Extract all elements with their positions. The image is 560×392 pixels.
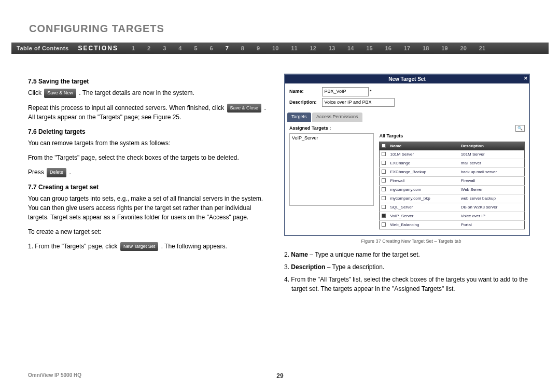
text: Repeat this process to input all connect…	[28, 104, 226, 111]
text: 2.	[284, 251, 291, 258]
target-name: Web_Balancing	[388, 220, 458, 229]
checkbox[interactable]	[382, 196, 386, 200]
nav-section-20[interactable]: 20	[460, 45, 467, 51]
nav-section-9[interactable]: 9	[257, 45, 260, 51]
required-asterisk: *	[370, 89, 372, 94]
checkbox[interactable]	[382, 222, 386, 227]
target-description: Portal	[459, 220, 525, 229]
nav-section-17[interactable]: 17	[404, 45, 410, 51]
target-description: Web Server	[459, 185, 525, 194]
name-field[interactable]: PBX_VoIP	[322, 87, 369, 96]
text: . The following appears.	[161, 243, 227, 250]
nav-section-3[interactable]: 3	[163, 45, 166, 51]
nav-sections-label: SECTIONS	[78, 45, 118, 52]
target-name: mycompany.com_bkp	[388, 194, 458, 203]
assigned-targets-list[interactable]: VoIP_Server	[289, 133, 374, 206]
heading-7-7: 7.7 Creating a target set	[28, 183, 272, 192]
nav-section-21[interactable]: 21	[479, 45, 485, 51]
text: – Type a description.	[325, 263, 384, 271]
checkbox[interactable]	[382, 161, 386, 165]
text: 1. From the "Targets" page, click	[28, 243, 119, 250]
left-column: 7.5 Saving the target Click Save & New .…	[28, 74, 272, 297]
target-description: 101M Server	[459, 150, 525, 159]
page-title: CONFIGURING TARGETS	[29, 23, 164, 35]
assigned-targets-title: Assigned Targets :	[289, 125, 374, 132]
nav-section-15[interactable]: 15	[366, 45, 372, 51]
dialog-titlebar: New Target Set ✕	[285, 75, 529, 83]
nav-section-18[interactable]: 18	[423, 45, 429, 51]
checkbox[interactable]	[382, 214, 386, 218]
page-footer: OmniView IP 5000 HQ 29	[28, 372, 532, 380]
checkbox[interactable]	[382, 205, 386, 209]
target-description: back up mail server	[459, 167, 525, 176]
table-row[interactable]: EXChangemail server	[380, 159, 525, 167]
table-row[interactable]: 101M Server101M Server	[380, 150, 525, 159]
nav-section-8[interactable]: 8	[241, 45, 244, 51]
nav-section-11[interactable]: 11	[291, 45, 297, 51]
description-label: Description:	[289, 99, 320, 106]
nav-section-6[interactable]: 6	[210, 45, 213, 51]
heading-7-6: 7.6 Deleting targets	[28, 127, 272, 136]
nav-section-19[interactable]: 19	[441, 45, 447, 51]
select-all-header[interactable]	[380, 142, 388, 150]
target-description: web server backup	[459, 194, 525, 203]
table-row[interactable]: mycompany.comWeb Server	[380, 185, 525, 194]
text: From the "Targets" page, select the chec…	[28, 153, 272, 162]
heading-7-5: 7.5 Saving the target	[28, 77, 272, 86]
column-description: Description	[459, 142, 525, 150]
nav-section-14[interactable]: 14	[347, 45, 354, 51]
list-item[interactable]: VoIP_Server	[290, 134, 373, 143]
table-row[interactable]: FirewallFirewall	[380, 176, 525, 185]
text: .	[69, 169, 71, 176]
save-and-new-button: Save & New	[44, 89, 76, 98]
text: Click	[28, 89, 43, 96]
text: 4. From the "All Targets" list, select t…	[284, 275, 538, 293]
nav-section-2[interactable]: 2	[147, 45, 150, 51]
table-row[interactable]: SQL_ServerDB on W2K3 server	[380, 203, 525, 212]
nav-section-10[interactable]: 10	[272, 45, 278, 51]
table-row[interactable]: VoIP_ServerVoice over IP	[380, 212, 525, 220]
footer-product-name: OmniView IP 5000 HQ	[28, 372, 81, 378]
all-targets-table: Name Description 101M Server101M ServerE…	[379, 142, 525, 230]
nav-section-4[interactable]: 4	[178, 45, 181, 51]
close-icon[interactable]: ✕	[524, 75, 528, 82]
name-label: Name:	[289, 88, 320, 95]
search-icon[interactable]: 🔍	[515, 125, 525, 132]
nav-section-12[interactable]: 12	[310, 45, 316, 51]
nav-section-7[interactable]: 7	[226, 45, 229, 51]
tab-access-permissions[interactable]: Access Permissions	[312, 113, 362, 122]
nav-section-1[interactable]: 1	[132, 45, 135, 51]
figure-caption: Figure 37 Creating New Target Set – Targ…	[284, 238, 538, 245]
column-name: Name	[388, 142, 458, 150]
text: You can remove targets from the system a…	[28, 138, 272, 148]
checkbox[interactable]	[382, 170, 386, 174]
dialog-title: New Target Set	[388, 76, 426, 82]
text: Press	[28, 169, 46, 176]
tab-targets[interactable]: Targets	[287, 113, 311, 122]
nav-section-13[interactable]: 13	[329, 45, 335, 51]
target-name: EXChange	[388, 159, 458, 167]
footer-page-number: 29	[28, 372, 532, 380]
nav-section-5[interactable]: 5	[194, 45, 197, 51]
target-name: VoIP_Server	[388, 212, 458, 220]
all-targets-title: All Targets	[379, 133, 525, 140]
figure-screenshot: New Target Set ✕ Name: PBX_VoIP * Descri…	[284, 74, 530, 236]
section-nav-bar: Table of Contents SECTIONS 1234567891011…	[11, 43, 549, 54]
checkbox[interactable]	[382, 178, 386, 183]
text: 3.	[284, 263, 291, 271]
target-description: mail server	[459, 159, 525, 167]
target-name: Firewall	[388, 176, 458, 185]
nav-section-16[interactable]: 16	[385, 45, 391, 51]
table-row[interactable]: Web_BalancingPortal	[380, 220, 525, 229]
text: – Type a unique name for the target set.	[308, 251, 420, 258]
checkbox[interactable]	[382, 187, 386, 191]
target-description: Firewall	[459, 176, 525, 185]
text: You can group targets into sets, e.g., m…	[28, 194, 272, 222]
nav-toc-link[interactable]: Table of Contents	[17, 45, 69, 51]
table-row[interactable]: EXChange_Backupback up mail server	[380, 167, 525, 176]
new-target-set-button: New Target Set	[120, 242, 158, 251]
table-row[interactable]: mycompany.com_bkpweb server backup	[380, 194, 525, 203]
description-field[interactable]: Voice over IP and PBX	[322, 98, 395, 107]
target-name: 101M Server	[388, 150, 458, 159]
checkbox[interactable]	[382, 152, 386, 156]
